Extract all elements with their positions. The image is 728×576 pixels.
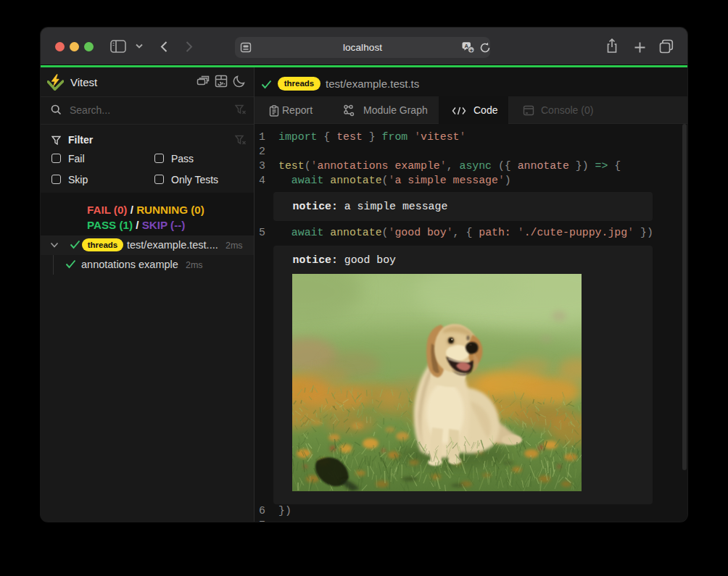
svg-text:✦: ✦ bbox=[469, 48, 473, 53]
